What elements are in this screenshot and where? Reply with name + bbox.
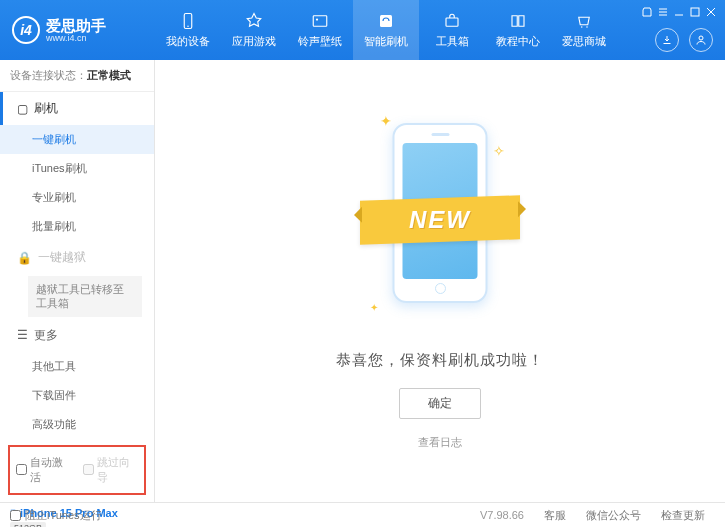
nav-apps[interactable]: 应用游戏 xyxy=(221,0,287,60)
list-icon: ☰ xyxy=(17,328,28,342)
nav-flash[interactable]: 智能刷机 xyxy=(353,0,419,60)
svg-rect-4 xyxy=(380,15,392,27)
svg-point-1 xyxy=(187,26,189,28)
sidebar-item-other-tools[interactable]: 其他工具 xyxy=(0,352,154,381)
cart-icon xyxy=(574,11,594,31)
app-header: i4 爱思助手 www.i4.cn 我的设备 应用游戏 铃声壁纸 智能刷机 工具… xyxy=(0,0,725,60)
sidebar-item-itunes-flash[interactable]: iTunes刷机 xyxy=(0,154,154,183)
skin-icon[interactable] xyxy=(641,6,653,18)
user-button[interactable] xyxy=(689,28,713,52)
svg-point-9 xyxy=(699,36,703,40)
close-icon[interactable] xyxy=(705,6,717,18)
footer-wechat[interactable]: 微信公众号 xyxy=(576,508,651,523)
svg-rect-2 xyxy=(313,16,327,27)
sidebar-section-more[interactable]: ☰ 更多 xyxy=(0,319,154,352)
sidebar-section-flash[interactable]: ▢ 刷机 xyxy=(0,92,154,125)
ok-button[interactable]: 确定 xyxy=(399,388,481,419)
phone-icon xyxy=(178,11,198,31)
checkbox-block-itunes[interactable]: 阻止iTunes运行 xyxy=(10,508,102,523)
app-title: 爱思助手 xyxy=(46,18,106,33)
sidebar-item-download-firmware[interactable]: 下载固件 xyxy=(0,381,154,410)
footer-support[interactable]: 客服 xyxy=(534,508,576,523)
lock-icon: 🔒 xyxy=(17,251,32,265)
success-message: 恭喜您，保资料刷机成功啦！ xyxy=(336,351,544,370)
svg-rect-8 xyxy=(691,8,699,16)
sidebar-item-advanced[interactable]: 高级功能 xyxy=(0,410,154,439)
activation-options: 自动激活 跳过向导 xyxy=(8,445,146,495)
sidebar-section-jailbreak: 🔒 一键越狱 xyxy=(0,241,154,274)
logo-icon: i4 xyxy=(12,16,40,44)
new-ribbon: NEW xyxy=(409,206,471,234)
menu-icon[interactable] xyxy=(657,6,669,18)
nav-toolbox[interactable]: 工具箱 xyxy=(419,0,485,60)
nav-store[interactable]: 爱思商城 xyxy=(551,0,617,60)
flash-icon: ▢ xyxy=(17,102,28,116)
success-illustration: ✦✧✦ NEW xyxy=(370,113,510,333)
sidebar: 设备连接状态：正常模式 ▢ 刷机 一键刷机 iTunes刷机 专业刷机 批量刷机… xyxy=(0,60,155,502)
refresh-icon xyxy=(376,11,396,31)
checkbox-skip-wizard[interactable]: 跳过向导 xyxy=(83,455,138,485)
logo-area: i4 爱思助手 www.i4.cn xyxy=(0,16,155,44)
app-subtitle: www.i4.cn xyxy=(46,33,106,43)
view-log-link[interactable]: 查看日志 xyxy=(418,435,462,450)
svg-point-7 xyxy=(586,26,588,28)
apps-icon xyxy=(244,11,264,31)
nav-tutorials[interactable]: 教程中心 xyxy=(485,0,551,60)
sidebar-jailbreak-note: 越狱工具已转移至工具箱 xyxy=(28,276,142,317)
sidebar-item-oneclick-flash[interactable]: 一键刷机 xyxy=(0,125,154,154)
minimize-icon[interactable] xyxy=(673,6,685,18)
device-status: 设备连接状态：正常模式 xyxy=(0,60,154,92)
main-nav: 我的设备 应用游戏 铃声壁纸 智能刷机 工具箱 教程中心 爱思商城 xyxy=(155,0,617,60)
image-icon xyxy=(310,11,330,31)
version-label: V7.98.66 xyxy=(470,509,534,521)
book-icon xyxy=(508,11,528,31)
sidebar-item-pro-flash[interactable]: 专业刷机 xyxy=(0,183,154,212)
checkbox-auto-activate[interactable]: 自动激活 xyxy=(16,455,71,485)
sidebar-item-batch-flash[interactable]: 批量刷机 xyxy=(0,212,154,241)
toolbox-icon xyxy=(442,11,462,31)
svg-point-3 xyxy=(316,18,318,20)
maximize-icon[interactable] xyxy=(689,6,701,18)
svg-point-6 xyxy=(581,26,583,28)
nav-ringtones[interactable]: 铃声壁纸 xyxy=(287,0,353,60)
nav-my-device[interactable]: 我的设备 xyxy=(155,0,221,60)
svg-rect-5 xyxy=(446,18,458,26)
download-button[interactable] xyxy=(655,28,679,52)
footer-check-update[interactable]: 检查更新 xyxy=(651,508,715,523)
main-content: ✦✧✦ NEW 恭喜您，保资料刷机成功啦！ 确定 查看日志 xyxy=(155,60,725,502)
